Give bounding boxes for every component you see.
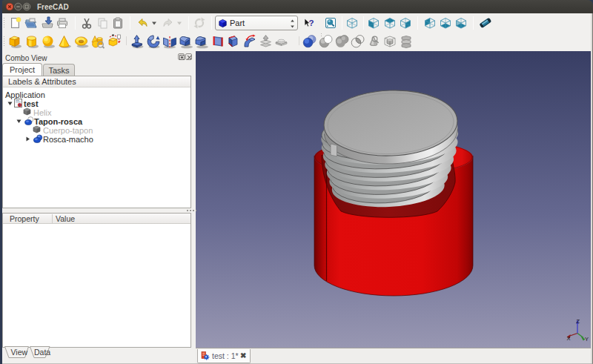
svg-text:Z: Z [577, 318, 580, 325]
svg-text:Y: Y [585, 336, 589, 343]
svg-text:Data: Data [34, 348, 50, 357]
svg-text:?: ? [309, 19, 314, 27]
svg-text:X: X [567, 335, 571, 342]
svg-text:View: View [11, 348, 28, 357]
